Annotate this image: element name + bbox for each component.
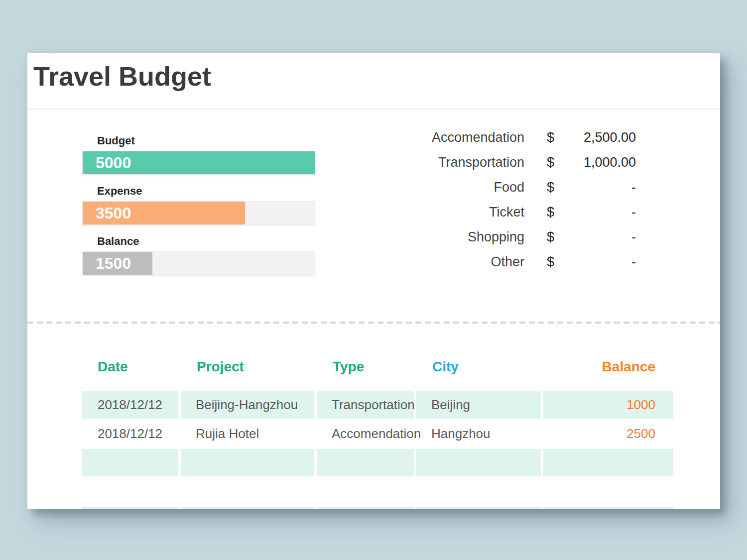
currency-symbol: $ (524, 254, 554, 270)
expense-bar-group: Expense 3500 (82, 185, 315, 225)
cell-type[interactable] (317, 507, 414, 509)
cell-balance[interactable] (543, 507, 673, 509)
category-row-other: Other $ - (356, 249, 636, 274)
table-header-row: Date Project Type City Balance (82, 357, 673, 376)
cell-balance[interactable]: 1000 (543, 391, 673, 419)
column-header-date: Date (82, 357, 178, 376)
category-label: Shopping (356, 229, 524, 245)
currency-symbol: $ (524, 130, 554, 145)
table-body: 2018/12/12 Beijing-Hangzhou Transportati… (82, 391, 673, 509)
cell-date[interactable]: 2018/12/12 (82, 420, 178, 448)
category-label: Accomendation (356, 130, 524, 145)
cell-date[interactable]: 2018/12/12 (82, 391, 178, 419)
balance-bar-fill: 1500 (83, 252, 152, 275)
cell-type[interactable] (317, 478, 414, 505)
category-row-accomendation: Accomendation $ 2,500.00 (356, 125, 636, 150)
column-header-city: City (416, 357, 541, 376)
category-label: Transportation (356, 155, 524, 170)
cell-project[interactable]: Beijing-Hangzhou (181, 391, 314, 419)
balance-bar-track: 1500 (82, 251, 315, 275)
cell-city[interactable] (416, 507, 541, 509)
category-amount[interactable]: 1,000.00 (554, 155, 636, 170)
cell-type[interactable]: Transportation (317, 391, 414, 419)
cell-date[interactable] (82, 449, 178, 476)
cell-city[interactable]: Hangzhou (416, 420, 541, 448)
page-title: Travel Budget (33, 61, 211, 92)
cell-project[interactable] (181, 478, 314, 505)
worksheet-card: Travel Budget Budget 5000 Expense 3500 B… (27, 53, 720, 509)
cell-date[interactable] (82, 478, 178, 505)
category-amount[interactable]: - (554, 180, 636, 195)
expense-bar-track: 3500 (82, 201, 315, 225)
budget-bar-track: 5000 (82, 151, 315, 175)
cell-project[interactable]: Rujia Hotel (181, 420, 314, 448)
currency-symbol: $ (524, 180, 554, 195)
column-header-project: Project (181, 357, 314, 376)
cell-city[interactable] (416, 449, 541, 476)
balance-bar-value: 1500 (96, 254, 131, 273)
balance-bar-group: Balance 1500 (82, 235, 315, 275)
budget-label: Budget (97, 135, 315, 147)
category-list: Accomendation $ 2,500.00 Transportation … (356, 125, 636, 274)
category-amount[interactable]: 2,500.00 (554, 130, 636, 145)
column-header-type: Type (317, 357, 414, 376)
column-header-balance: Balance (543, 357, 673, 376)
category-label: Other (356, 254, 524, 270)
budget-bar-fill: 5000 (83, 151, 315, 174)
expense-bar-value: 3500 (96, 204, 131, 223)
category-row-shopping: Shopping $ - (356, 224, 636, 249)
cell-city[interactable]: Beijing (416, 391, 541, 419)
cell-city[interactable] (416, 478, 541, 505)
category-row-transportation: Transportation $ 1,000.00 (356, 150, 636, 175)
currency-symbol: $ (524, 205, 554, 220)
transactions-table: Date Project Type City Balance 2018/12/1… (82, 357, 673, 509)
summary-bars: Budget 5000 Expense 3500 Balance 1500 (82, 135, 315, 279)
cell-balance[interactable] (543, 449, 673, 476)
budget-bar-value: 5000 (96, 154, 131, 172)
cell-type[interactable] (317, 449, 414, 476)
section-divider (27, 322, 720, 324)
category-row-ticket: Ticket $ - (356, 200, 636, 224)
currency-symbol: $ (524, 229, 554, 245)
category-amount[interactable]: - (554, 229, 636, 245)
cell-balance[interactable] (543, 478, 673, 505)
title-divider (27, 109, 720, 110)
balance-label: Balance (97, 235, 315, 247)
expense-bar-fill: 3500 (83, 202, 245, 224)
category-row-food: Food $ - (356, 175, 636, 200)
category-label: Food (356, 180, 524, 195)
expense-label: Expense (97, 185, 315, 197)
cell-balance[interactable]: 2500 (543, 420, 673, 448)
category-amount[interactable]: - (554, 254, 636, 270)
cell-date[interactable] (82, 507, 178, 509)
cell-project[interactable] (181, 507, 314, 509)
category-amount[interactable]: - (554, 205, 636, 220)
currency-symbol: $ (524, 155, 554, 170)
cell-type[interactable]: Accomendation (317, 420, 414, 448)
budget-bar-group: Budget 5000 (82, 135, 315, 175)
category-label: Ticket (356, 205, 524, 220)
cell-project[interactable] (181, 449, 314, 476)
